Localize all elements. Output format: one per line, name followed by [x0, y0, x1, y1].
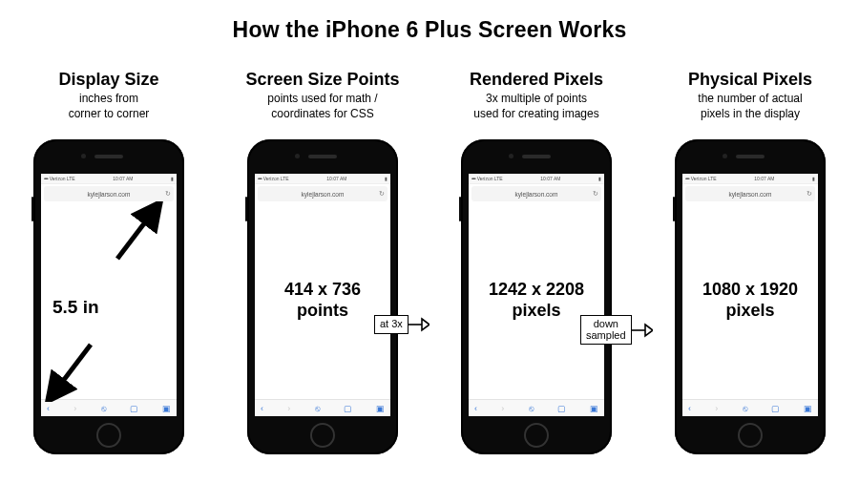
main-value: 1242 x 2208 pixels — [489, 280, 584, 321]
status-bar: ••••• Verizon LTE 10:07 AM ▮ — [41, 174, 177, 184]
forward-icon: › — [501, 404, 504, 413]
status-bar: ••••• Verizon LTE 10:07 AM ▮ — [682, 174, 818, 184]
col-heading: Display Size — [58, 70, 158, 90]
connector-at-3x: at 3x — [374, 315, 430, 334]
bookmarks-icon: ▢ — [557, 404, 566, 413]
share-icon: ⎋ — [101, 404, 106, 413]
reload-icon: ↻ — [807, 190, 812, 198]
safari-toolbar: ‹ › ⎋ ▢ ▣ — [469, 399, 604, 416]
back-icon: ‹ — [474, 404, 477, 413]
svg-line-0 — [117, 211, 154, 259]
connector-label: at 3x — [374, 315, 409, 334]
col-heading: Physical Pixels — [688, 70, 812, 90]
bookmarks-icon: ▢ — [344, 404, 352, 413]
col-physical-pixels: Physical Pixels the number of actual pix… — [668, 70, 832, 454]
bookmarks-icon: ▢ — [130, 404, 138, 413]
phone-mockup: ••••• Verizon LTE 10:07 AM ▮ kylejlarson… — [33, 139, 184, 454]
page-title: How the iPhone 6 Plus Screen Works — [0, 17, 859, 43]
phone-mockup: ••••• Verizon LTE 10:07 AM ▮ kylejlarson… — [461, 139, 612, 454]
col-subheading: inches from corner to corner — [69, 92, 150, 122]
col-subheading: the number of actual pixels in the displ… — [698, 92, 802, 122]
home-button — [524, 423, 549, 448]
status-bar: ••••• Verizon LTE 10:07 AM ▮ — [255, 174, 390, 184]
tabs-icon: ▣ — [590, 404, 598, 413]
tabs-icon: ▣ — [162, 404, 171, 413]
safari-toolbar: ‹ › ⎋ ▢ ▣ — [682, 399, 818, 416]
back-icon: ‹ — [688, 404, 691, 413]
diagram-row: Display Size inches from corner to corne… — [0, 70, 859, 454]
home-button — [310, 423, 335, 448]
arrow-right-icon — [632, 323, 653, 338]
address-bar: kylejlarson.com ↻ — [471, 186, 601, 201]
back-icon: ‹ — [261, 404, 263, 413]
forward-icon: › — [715, 404, 718, 413]
col-display-size: Display Size inches from corner to corne… — [27, 70, 191, 454]
forward-icon: › — [73, 404, 76, 413]
forward-icon: › — [287, 404, 290, 413]
tabs-icon: ▣ — [804, 404, 812, 413]
tabs-icon: ▣ — [376, 404, 385, 413]
home-button — [738, 423, 763, 448]
phone-mockup: ••••• Verizon LTE 10:07 AM ▮ kylejlarson… — [675, 139, 826, 454]
share-icon: ⎋ — [743, 404, 747, 413]
connector-label: down sampled — [580, 315, 632, 345]
main-value: 1080 x 1920 pixels — [702, 280, 798, 321]
share-icon: ⎋ — [529, 404, 534, 413]
col-subheading: 3x multiple of points used for creating … — [473, 92, 598, 122]
share-icon: ⎋ — [315, 404, 320, 413]
reload-icon: ↻ — [593, 190, 598, 198]
col-subheading: points used for math / coordinates for C… — [267, 92, 377, 122]
main-value: 5.5 in — [52, 297, 99, 319]
address-bar: kylejlarson.com ↻ — [685, 186, 815, 201]
safari-toolbar: ‹ › ⎋ ▢ ▣ — [255, 399, 390, 416]
arrow-right-icon — [409, 317, 430, 332]
bookmarks-icon: ▢ — [771, 404, 780, 413]
reload-icon: ↻ — [165, 190, 171, 198]
home-button — [96, 423, 121, 448]
col-heading: Rendered Pixels — [470, 70, 603, 90]
back-icon: ‹ — [47, 404, 50, 413]
phone-mockup: ••••• Verizon LTE 10:07 AM ▮ kylejlarson… — [247, 139, 398, 454]
address-bar: kylejlarson.com ↻ — [258, 186, 388, 201]
connector-downsampled: down sampled — [580, 315, 653, 345]
col-screen-points: Screen Size Points points used for math … — [241, 70, 405, 454]
col-rendered-pixels: Rendered Pixels 3x multiple of points us… — [454, 70, 618, 454]
main-value: 414 x 736 points — [284, 280, 361, 321]
reload-icon: ↻ — [379, 190, 385, 198]
col-heading: Screen Size Points — [245, 70, 399, 90]
status-bar: ••••• Verizon LTE 10:07 AM ▮ — [469, 174, 604, 184]
svg-line-1 — [54, 345, 91, 392]
address-bar: kylejlarson.com ↻ — [44, 186, 174, 201]
